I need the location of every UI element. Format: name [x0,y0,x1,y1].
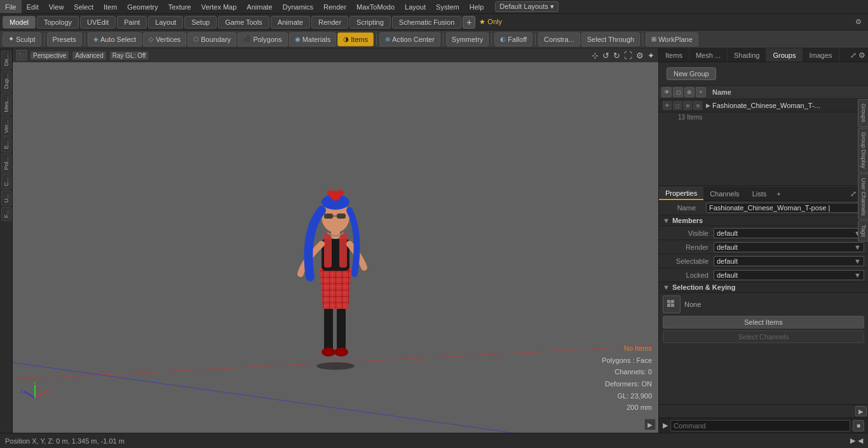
render-dropdown[interactable]: default ▼ [714,242,864,252]
menu-system[interactable]: System [431,0,465,13]
viewport-icon-4[interactable]: ⛶ [624,51,632,60]
workplane-button[interactable]: ⊞WorkPlane [646,32,698,46]
sidebar-tab-edit[interactable]: E... [1,137,11,153]
props-tab-properties[interactable]: Properties [659,187,703,200]
props-tab-channels[interactable]: Channels [703,187,745,200]
menu-geometry[interactable]: Geometry [122,0,163,13]
tab-scripting[interactable]: Scripting [349,16,391,29]
polygons-button[interactable]: ⬛Polygons [238,32,287,46]
tab-uvedit[interactable]: UVEdit [80,16,116,29]
gl-eye-icon[interactable]: 👁 [661,87,672,97]
gi-sel-icon[interactable]: ⊕ [683,101,692,110]
boundary-button[interactable]: ⬡Boundary [187,32,236,46]
sidebar-tab-dup[interactable]: Dup... [1,71,11,92]
tab-topology[interactable]: Topology [37,16,79,29]
gl-plus-icon[interactable]: + [696,87,706,97]
select-items-button[interactable]: Select Items [663,316,864,329]
gl-render-icon[interactable]: ◻ [673,87,683,97]
tab-game-tools[interactable]: Game Tools [218,16,269,29]
bottom-icon-2[interactable]: ◀ [858,437,863,445]
members-section[interactable]: ▼ Members [659,215,868,226]
bottom-icon-1[interactable]: ▶ [850,437,855,445]
tab-render[interactable]: Render [311,16,348,29]
menu-render[interactable]: Render [318,0,351,13]
menu-edit[interactable]: Edit [22,0,44,13]
group-expand-icon[interactable]: ▶ [706,102,710,109]
rp-tab-mesh[interactable]: Mesh ... [689,48,728,62]
rp-tab-shading[interactable]: Shading [728,48,766,62]
tab-model[interactable]: Model [3,16,36,29]
visible-dropdown[interactable]: default ▼ [714,228,864,238]
perspective-button[interactable]: Perspective [31,51,69,60]
menu-file[interactable]: File [0,0,22,13]
sel-keying-section[interactable]: ▼ Selection & Keying [659,282,868,293]
rp-tab-items[interactable]: Items [659,48,689,62]
rp-tab-groups[interactable]: Groups [766,48,803,62]
layout-selector[interactable]: Default Layouts ▾ [495,1,559,12]
selectable-dropdown[interactable]: default ▼ [714,256,864,266]
sidebar-tab-mesh[interactable]: Mes... [1,93,11,116]
rp-scroll-button[interactable]: ▶ [855,406,867,416]
group-item[interactable]: 👁 ◻ ⊕ ⊕ ▶ Fashionate_Chinese_Woman_T-... [659,99,868,112]
menu-select[interactable]: Select [69,0,98,13]
menu-help[interactable]: Help [465,0,489,13]
rp-settings-icon[interactable]: ⚙ [858,51,865,60]
command-toggle-button[interactable]: ■ [853,420,864,431]
viewport-icon-1[interactable]: ⊹ [592,51,599,60]
select-through-button[interactable]: Select Through [581,32,640,46]
sidebar-tab-uv[interactable]: U... [1,191,11,206]
tab-layout[interactable]: Layout [148,16,183,29]
command-input[interactable] [670,420,850,431]
symmetry-button[interactable]: Symmetry [446,32,489,46]
menu-vertex-map[interactable]: Vertex Map [196,0,242,13]
menu-maxtomodo[interactable]: MaxToModo [351,0,400,13]
viewport[interactable]: ⬛ Perspective Advanced Ray GL: Off ⊹ ↺ ↻… [13,48,658,433]
gl-lock-icon[interactable]: ⊕ [684,87,695,97]
items-button[interactable]: ◑Items [337,32,374,46]
presets-button[interactable]: Presets [47,32,82,46]
auto-select-button[interactable]: ◈Auto Select [88,32,142,46]
vertices-button[interactable]: ◇Vertices [143,32,186,46]
sidebar-tab-poly[interactable]: Pol... [1,154,11,173]
menu-item[interactable]: Item [98,0,122,13]
re-tab-groups[interactable]: Groups [858,99,868,127]
ray-gl-button[interactable]: Ray GL: Off [110,51,149,60]
sculpt-button[interactable]: ✦Sculpt [3,32,41,46]
menu-dynamics[interactable]: Dynamics [278,0,318,13]
rp-tab-images[interactable]: Images [803,48,839,62]
locked-dropdown[interactable]: default ▼ [714,270,864,280]
settings-icon[interactable]: ⚙ [851,18,865,26]
menu-layout[interactable]: Layout [400,0,431,13]
constraints-button[interactable]: Constra... [538,32,580,46]
props-tab-lists[interactable]: Lists [746,187,773,200]
scroll-button[interactable]: ▶ [644,419,656,430]
tab-schematic-fusion[interactable]: Schematic Fusion [392,16,461,29]
viewport-icon-6[interactable]: ✦ [648,51,654,60]
gi-lock-icon[interactable]: ⊕ [693,101,702,110]
tab-animate[interactable]: Animate [271,16,310,29]
tab-setup[interactable]: Setup [184,16,217,29]
gi-eye-icon[interactable]: 👁 [663,101,672,110]
menu-texture[interactable]: Texture [163,0,196,13]
materials-button[interactable]: ◉Materials [289,32,337,46]
props-add-button[interactable]: + [773,190,784,198]
expand-button[interactable]: ⬛ [17,50,27,60]
select-channels-button[interactable]: Select Channels [663,330,864,343]
action-center-button[interactable]: ⊕Action Center [379,32,440,46]
advanced-button[interactable]: Advanced [72,51,105,60]
sidebar-tab-vert[interactable]: Ver... [1,117,11,137]
name-value[interactable]: Fashionate_Chinese_Woman_T-pose | [706,203,864,213]
props-expand-icon[interactable]: ⤢ [850,189,857,198]
menu-animate[interactable]: Animate [241,0,277,13]
tab-paint[interactable]: Paint [117,16,147,29]
sidebar-tab-c[interactable]: C... [1,174,11,189]
keying-dot-icon[interactable] [663,295,681,313]
viewport-icon-5[interactable]: ⚙ [636,51,644,60]
menu-view[interactable]: View [44,0,69,13]
rp-expand-icon[interactable]: ⤢ [850,51,857,60]
new-group-button[interactable]: New Group [667,67,716,80]
falloff-button[interactable]: ◐Falloff [494,32,532,46]
sidebar-tab-f[interactable]: F... [1,207,11,221]
re-tab-user-channels[interactable]: User Channels [858,173,868,221]
sidebar-tab-deform[interactable]: De... [1,51,11,69]
